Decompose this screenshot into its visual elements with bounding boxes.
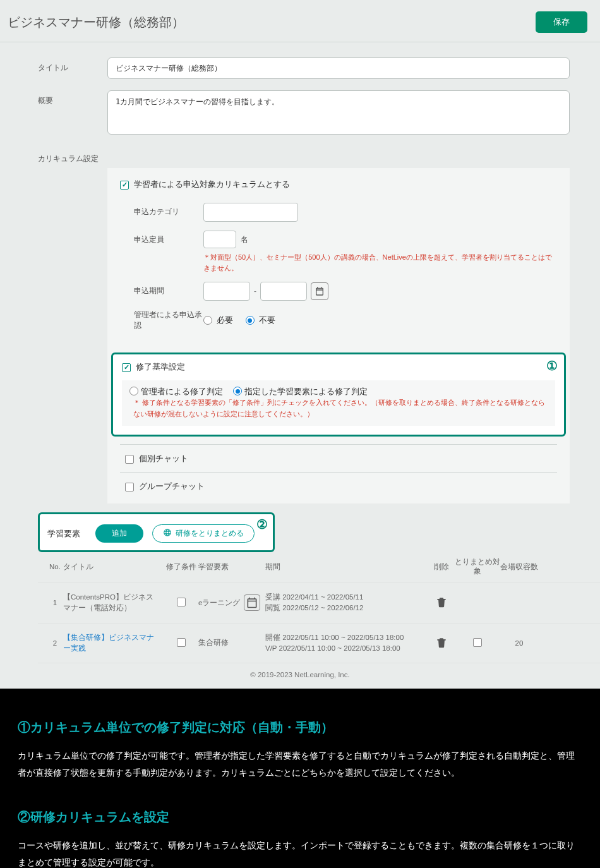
cell-no: 1 [47, 599, 63, 606]
cell-title[interactable]: 【集合研修】ビジネスマナー実践 [63, 632, 164, 654]
wrap-target-checkbox[interactable] [473, 638, 482, 647]
col-cap: 会場収容数 [500, 562, 538, 572]
approval-need-label: 必要 [217, 316, 233, 325]
trash-icon[interactable] [435, 602, 448, 610]
capacity-input[interactable] [203, 231, 236, 248]
completion-by-element-label: 指定した学習要素による修了判定 [244, 387, 368, 397]
approval-need-radio[interactable] [203, 316, 212, 325]
page-title: ビジネスマナー研修（総務部） [8, 14, 184, 31]
callout-1-icon: ① [546, 358, 558, 373]
cell-type: eラーニング [198, 598, 244, 608]
learner-apply-label: 学習者による申込対象カリキュラムとする [134, 179, 290, 190]
col-no: No. [47, 563, 63, 570]
title-label: タイトル [38, 57, 107, 73]
period-sep: - [254, 287, 256, 296]
cell-period: 受講 2022/04/11 ~ 2022/05/11閲覧 2022/05/12 … [265, 592, 428, 614]
learner-apply-checkbox[interactable] [120, 181, 129, 190]
cell-title: 【ContentsPRO】ビジネスマナー（電話対応） [63, 592, 164, 614]
wrap-training-label: 研修をとりまとめる [176, 528, 244, 539]
curriculum-label: カリキュラム設定 [38, 148, 107, 164]
group-chat-label: グループチャット [139, 481, 205, 492]
capacity-label: 申込定員 [134, 231, 203, 245]
callout-2-icon: ② [256, 517, 268, 532]
capacity-warning: ＊対面型（50人）、セミナー型（500人）の講義の場合、NetLiveの上限を超… [203, 252, 557, 273]
completion-settings-highlight: ① 修了基準設定 管理者による修了判定 指定した学習要素による修了判定 ＊ 修了… [111, 353, 566, 437]
explain-text-2: コースや研修を追加し、並び替えて、研修カリキュラムを設定します。インポートで登録… [18, 837, 582, 868]
completion-settings-label: 修了基準設定 [136, 362, 185, 373]
explain-heading-2: ②研修カリキュラムを設定 [18, 809, 582, 826]
overview-label: 概要 [38, 90, 107, 106]
globe-icon [163, 528, 172, 539]
col-cond: 修了条件 [164, 562, 198, 572]
add-element-button[interactable]: 追加 [95, 524, 143, 543]
save-button[interactable]: 保存 [536, 11, 587, 33]
table-row: 2 【集合研修】ビジネスマナー実践 集合研修 開催 2022/05/11 10:… [38, 624, 600, 664]
explain-text-1: カリキュラム単位での修了判定が可能です。管理者が指定した学習要素を修了すると自動… [18, 747, 582, 781]
apply-period-label: 申込期間 [134, 282, 203, 296]
completion-by-admin-radio[interactable] [129, 387, 138, 395]
approval-noneed-label: 不要 [259, 316, 275, 325]
capacity-unit: 名 [241, 235, 248, 244]
group-chat-checkbox[interactable] [125, 483, 134, 491]
completion-warning: ＊ 修了条件となる学習要素の「修了条件」列にチェックを入れてください。（研修を取… [133, 397, 548, 419]
approval-label: 管理者による申込承認 [134, 310, 203, 331]
completion-cond-checkbox[interactable] [177, 638, 186, 647]
title-input[interactable] [107, 57, 570, 79]
overview-textarea[interactable] [107, 90, 570, 135]
cell-capacity: 20 [500, 639, 538, 647]
col-del: 削除 [428, 562, 455, 572]
cell-period: 開催 2022/05/11 10:00 ~ 2022/05/13 18:00V/… [265, 632, 428, 654]
apply-period-from-input[interactable] [203, 282, 250, 301]
learning-elements-highlight: ② 学習要素 追加 研修をとりまとめる [38, 512, 275, 552]
calendar-icon[interactable] [311, 282, 328, 300]
completion-cond-checkbox[interactable] [177, 598, 186, 606]
copyright: © 2019-2023 NetLearning, Inc. [0, 663, 600, 689]
col-period: 期間 [265, 562, 428, 572]
completion-by-admin-label: 管理者による修了判定 [141, 387, 223, 397]
col-type: 学習要素 [198, 562, 244, 572]
cell-no: 2 [47, 639, 63, 647]
approval-noneed-radio[interactable] [246, 316, 255, 325]
cell-type: 集合研修 [198, 638, 244, 648]
apply-period-to-input[interactable] [260, 282, 307, 301]
table-row: 1 【ContentsPRO】ビジネスマナー（電話対応） eラーニング 受講 2… [38, 583, 600, 624]
individual-chat-label: 個別チャット [139, 454, 188, 464]
calendar-icon[interactable] [244, 594, 260, 611]
wrap-training-button[interactable]: 研修をとりまとめる [152, 524, 255, 543]
col-title: タイトル [63, 562, 164, 572]
table-header-row: No. タイトル 修了条件 学習要素 期間 削除 とりまとめ対象 会場収容数 [38, 552, 600, 583]
col-target: とりまとめ対象 [455, 557, 500, 576]
category-label: 申込カテゴリ [134, 203, 203, 217]
category-input[interactable] [203, 203, 298, 222]
trash-icon[interactable] [435, 642, 448, 650]
completion-settings-checkbox[interactable] [122, 363, 131, 372]
individual-chat-checkbox[interactable] [125, 455, 134, 464]
explain-heading-1: ①カリキュラム単位での修了判定に対応（自動・手動） [18, 719, 582, 736]
completion-by-element-radio[interactable] [233, 387, 242, 395]
learning-elements-title: 学習要素 [47, 528, 80, 539]
